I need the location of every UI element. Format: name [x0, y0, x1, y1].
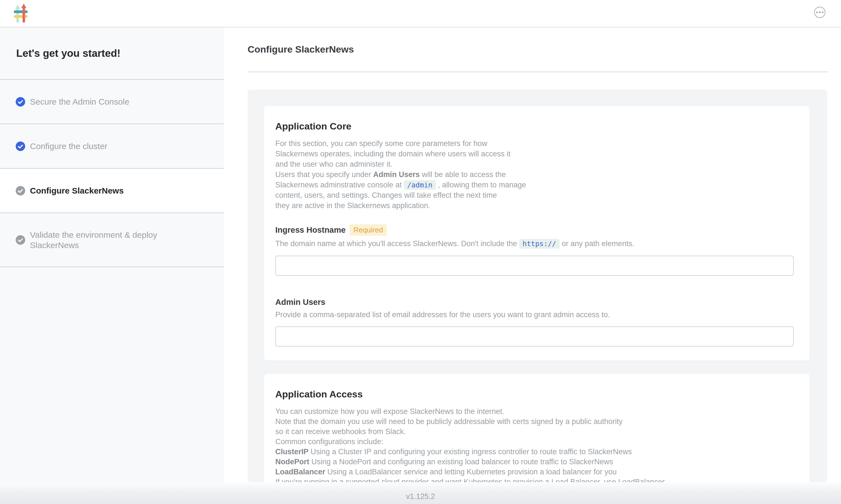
- title-divider: [248, 72, 827, 72]
- sidebar-step-secure-admin-console[interactable]: Secure the Admin Console: [0, 80, 224, 124]
- ingress-hostname-field: Ingress Hostname Required The domain nam…: [275, 224, 799, 276]
- application-core-description: For this section, you can specify some c…: [275, 139, 799, 211]
- slackernews-logo-icon: [13, 4, 29, 23]
- sidebar-step-configure-slackernews[interactable]: Configure SlackerNews: [0, 169, 224, 213]
- admin-users-label: Admin Users: [275, 298, 325, 307]
- https-code-chip: https://: [519, 239, 559, 249]
- sidebar-step-configure-cluster[interactable]: Configure the cluster: [0, 124, 224, 169]
- desc-line: Note that the domain you use will need t…: [275, 416, 799, 427]
- overflow-menu-button[interactable]: [814, 7, 825, 18]
- check-circle-icon: [16, 142, 25, 151]
- admin-users-help: Provide a comma-separated list of email …: [275, 310, 799, 320]
- desc-line: so it can receive webhooks from Slack.: [275, 427, 799, 437]
- step-label: Configure the cluster: [30, 141, 107, 151]
- desc-line: ClusterIP Using a Cluster IP and configu…: [275, 447, 799, 457]
- desc-line: and the user who can administer it.: [275, 159, 799, 169]
- required-badge: Required: [350, 224, 387, 236]
- ingress-hostname-label: Ingress Hostname: [275, 226, 345, 235]
- config-main-area: Configure SlackerNews Application Core F…: [224, 28, 841, 483]
- step-label: Secure the Admin Console: [30, 96, 129, 107]
- admin-users-emphasis: Admin Users: [373, 170, 420, 179]
- nodeport-emphasis: NodePort: [275, 457, 309, 466]
- desc-line: For this section, you can specify some c…: [275, 139, 799, 149]
- admin-path-code-chip: /admin: [404, 180, 435, 190]
- desc-line: LoadBalancer Using a LoadBalancer servic…: [275, 467, 799, 477]
- loadbalancer-emphasis: LoadBalancer: [275, 468, 325, 476]
- desc-line: Users that you specify under Admin Users…: [275, 169, 799, 180]
- step-label: Configure SlackerNews: [30, 185, 124, 196]
- admin-users-input[interactable]: [275, 326, 794, 346]
- clusterip-emphasis: ClusterIP: [275, 448, 309, 456]
- check-circle-icon: [16, 235, 25, 245]
- desc-line: NodePort Using a NodePort and configurin…: [275, 457, 799, 467]
- ellipsis-icon: [816, 12, 818, 13]
- desc-line: Slackernews operates, including the doma…: [275, 149, 799, 159]
- application-core-heading: Application Core: [275, 121, 799, 132]
- desc-line: they are active in the Slackernews appli…: [275, 200, 799, 211]
- top-header: [0, 0, 841, 28]
- desc-line: content, users, and settings. Changes wi…: [275, 190, 799, 200]
- config-groups-panel: Application Core For this section, you c…: [248, 90, 827, 482]
- check-circle-icon: [16, 97, 25, 107]
- app-footer: v1.125.2: [0, 483, 841, 504]
- check-circle-icon: [16, 186, 25, 196]
- version-label: v1.125.2: [406, 492, 435, 501]
- application-access-heading: Application Access: [275, 389, 799, 400]
- admin-users-field: Admin Users Provide a comma-separated li…: [275, 298, 799, 346]
- desc-line: You can customize how you will expose Sl…: [275, 407, 799, 416]
- sidebar-heading: Let's get you started!: [0, 28, 224, 80]
- application-core-card: Application Core For this section, you c…: [264, 106, 810, 361]
- ellipsis-icon: [822, 12, 824, 13]
- desc-line: Slackernews adminstrative console at /ad…: [275, 180, 799, 190]
- ellipsis-icon: [819, 12, 821, 13]
- ingress-hostname-help: The domain name at which you'll access S…: [275, 238, 799, 249]
- application-access-description: You can customize how you will expose Sl…: [275, 407, 799, 482]
- page-title: Configure SlackerNews: [248, 43, 827, 55]
- sidebar-step-validate-deploy[interactable]: Validate the environment & deploy Slacke…: [0, 213, 224, 267]
- ingress-hostname-input[interactable]: [275, 256, 794, 276]
- step-label: Validate the environment & deploy Slacke…: [30, 230, 181, 250]
- application-access-card: Application Access You can customize how…: [264, 374, 810, 482]
- desc-line: If you're running in a supported cloud p…: [275, 477, 799, 482]
- desc-line: Common configurations include:: [275, 437, 799, 447]
- setup-steps-sidebar: Let's get you started! Secure the Admin …: [0, 28, 224, 483]
